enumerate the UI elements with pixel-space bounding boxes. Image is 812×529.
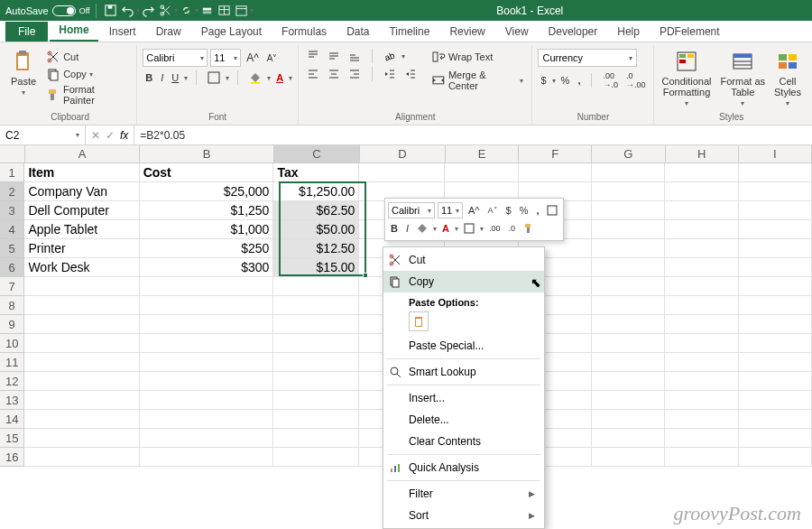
- cut-button[interactable]: Cut: [43, 49, 131, 65]
- underline-button[interactable]: U: [169, 71, 181, 84]
- mini-decrease-font-icon[interactable]: A˅: [485, 205, 501, 216]
- ctx-smart-lookup[interactable]: Smart Lookup: [383, 361, 544, 383]
- tab-home[interactable]: Home: [50, 20, 97, 42]
- cell-G13[interactable]: [592, 391, 665, 410]
- cell-A13[interactable]: [24, 391, 139, 410]
- cell-I7[interactable]: [739, 277, 812, 296]
- cell-B14[interactable]: [140, 410, 274, 429]
- cell-I15[interactable]: [739, 429, 812, 448]
- cell-H11[interactable]: [665, 353, 738, 372]
- column-header-F[interactable]: F: [519, 145, 592, 163]
- row-header-10[interactable]: 10: [0, 334, 24, 353]
- ctx-delete[interactable]: Delete...: [383, 409, 544, 431]
- column-header-D[interactable]: D: [360, 145, 446, 163]
- cell-G11[interactable]: [592, 353, 665, 372]
- row-header-16[interactable]: 16: [0, 448, 24, 467]
- cell-C13[interactable]: [273, 391, 359, 410]
- row-header-4[interactable]: 4: [0, 220, 24, 239]
- ctx-paste-special[interactable]: Paste Special...: [383, 335, 544, 357]
- cell-H2[interactable]: [665, 182, 738, 201]
- cell-I12[interactable]: [739, 372, 812, 391]
- row-header-14[interactable]: 14: [0, 410, 24, 429]
- mini-italic-button[interactable]: I: [403, 222, 411, 235]
- wrap-text-button[interactable]: Wrap Text: [429, 49, 526, 65]
- cell-G5[interactable]: [592, 239, 665, 258]
- fx-icon[interactable]: fx: [120, 129, 128, 142]
- tab-draw[interactable]: Draw: [147, 22, 190, 42]
- cell-A10[interactable]: [24, 334, 139, 353]
- cell-H13[interactable]: [665, 391, 738, 410]
- cell-A15[interactable]: [24, 429, 139, 448]
- undo-icon[interactable]: [121, 4, 134, 17]
- mini-increase-font-icon[interactable]: A^: [466, 204, 483, 217]
- row-header-7[interactable]: 7: [0, 277, 24, 296]
- copy-button[interactable]: Copy▾: [43, 66, 131, 82]
- align-right-icon[interactable]: [346, 67, 364, 81]
- accounting-format-button[interactable]: $: [538, 74, 549, 87]
- cell-C2[interactable]: $1,250.00: [273, 182, 359, 201]
- cell-C11[interactable]: [273, 353, 359, 372]
- cell-D1[interactable]: [359, 163, 445, 182]
- calendar-icon[interactable]: [235, 4, 248, 17]
- cell-C8[interactable]: [273, 296, 359, 315]
- cell-B7[interactable]: [140, 277, 274, 296]
- cell-B2[interactable]: $25,000: [140, 182, 274, 201]
- bold-button[interactable]: B: [143, 71, 155, 84]
- cell-G6[interactable]: [592, 258, 665, 277]
- tab-view[interactable]: View: [496, 22, 538, 42]
- cell-G14[interactable]: [592, 410, 665, 429]
- cell-G8[interactable]: [592, 296, 665, 315]
- column-header-A[interactable]: A: [25, 145, 140, 163]
- cell-B15[interactable]: [140, 429, 274, 448]
- cell-H4[interactable]: [665, 220, 738, 239]
- cell-G2[interactable]: [592, 182, 665, 201]
- scissors-dropdown[interactable]: ▾: [174, 6, 178, 14]
- tab-page-layout[interactable]: Page Layout: [192, 22, 271, 42]
- ctx-sort[interactable]: Sort▶: [383, 505, 544, 526]
- cell-H5[interactable]: [665, 239, 738, 258]
- row-header-1[interactable]: 1: [0, 163, 24, 182]
- align-bottom-icon[interactable]: [346, 49, 364, 63]
- cell-styles-button[interactable]: Cell Styles▾: [772, 49, 803, 107]
- cell-H14[interactable]: [665, 410, 738, 429]
- cell-B9[interactable]: [140, 315, 274, 334]
- cell-G16[interactable]: [592, 448, 665, 467]
- cell-I5[interactable]: [739, 239, 812, 258]
- cell-I2[interactable]: [739, 182, 812, 201]
- cell-H6[interactable]: [665, 258, 738, 277]
- cell-H10[interactable]: [665, 334, 738, 353]
- column-header-E[interactable]: E: [446, 145, 519, 163]
- cell-A2[interactable]: Company Van: [24, 182, 139, 201]
- add-row-icon[interactable]: [200, 4, 214, 17]
- cell-A1[interactable]: Item: [24, 163, 139, 182]
- enter-formula-icon[interactable]: ✓: [106, 129, 115, 142]
- cell-H15[interactable]: [665, 429, 738, 448]
- cell-C1[interactable]: Tax: [273, 163, 359, 182]
- tab-timeline[interactable]: Timeline: [380, 22, 438, 42]
- align-center-icon[interactable]: [325, 67, 343, 81]
- tab-formulas[interactable]: Formulas: [272, 22, 336, 42]
- cell-I13[interactable]: [739, 391, 812, 410]
- tab-developer[interactable]: Developer: [540, 22, 607, 42]
- cell-B5[interactable]: $250: [140, 239, 274, 258]
- column-header-I[interactable]: I: [739, 145, 812, 163]
- cell-B8[interactable]: [140, 296, 274, 315]
- save-icon[interactable]: [104, 4, 117, 17]
- decrease-decimal-button[interactable]: .0→.00: [623, 70, 649, 90]
- cell-H12[interactable]: [665, 372, 738, 391]
- merge-center-button[interactable]: Merge & Center▾: [429, 69, 526, 92]
- number-format-select[interactable]: Currency▾: [538, 49, 637, 67]
- undo-dropdown[interactable]: ▾: [136, 6, 140, 14]
- cell-G3[interactable]: [592, 201, 665, 220]
- column-header-G[interactable]: G: [592, 145, 665, 163]
- cell-A14[interactable]: [24, 410, 139, 429]
- cell-G7[interactable]: [592, 277, 665, 296]
- mini-format-painter-icon[interactable]: [521, 222, 537, 235]
- tab-file[interactable]: File: [5, 22, 48, 42]
- cell-I16[interactable]: [739, 448, 812, 467]
- autosave-switch[interactable]: [52, 5, 76, 16]
- cell-H16[interactable]: [665, 448, 738, 467]
- tab-data[interactable]: Data: [337, 22, 378, 42]
- cell-H8[interactable]: [665, 296, 738, 315]
- name-box[interactable]: C2▾: [0, 125, 86, 144]
